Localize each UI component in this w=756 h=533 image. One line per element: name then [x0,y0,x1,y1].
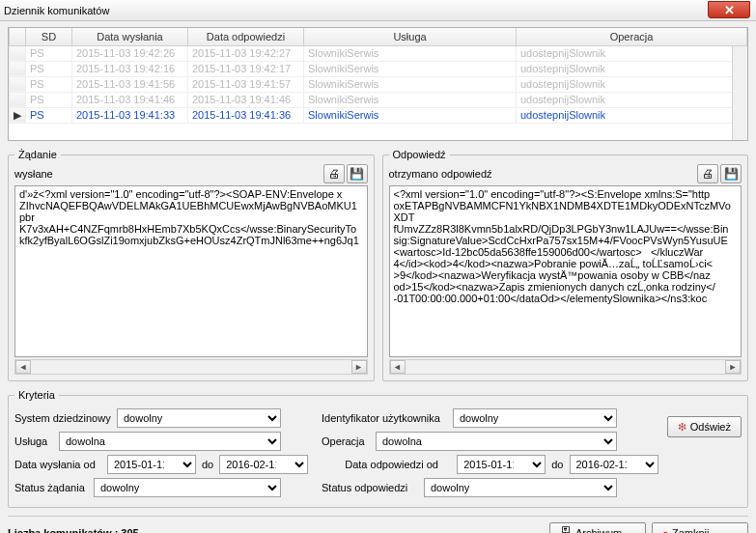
window-close-button[interactable]: ✕ [708,1,750,18]
response-save-button[interactable] [720,164,742,183]
response-print-button[interactable] [697,164,718,183]
col-service[interactable]: Usługa [304,28,517,45]
request-legend: Żądanie [14,149,61,160]
row-indicator [10,61,26,76]
req-status-label: Status żądania [14,482,88,493]
system-select[interactable]: dowolny [117,408,281,428]
sent-to-date[interactable]: 2016-02-11 [219,455,308,474]
to-label-2: do [551,459,563,470]
col-sd[interactable]: SD [26,28,72,45]
printer-icon [702,167,714,181]
response-panel: Odpowiedź otrzymano odpowiedź <?xml vers… [382,149,749,381]
row-indicator [10,76,26,92]
row-indicator: ▶ [10,107,26,123]
save-icon [350,167,364,181]
service-select[interactable]: dowolna [59,432,281,451]
table-row[interactable]: PS2015-11-03 19:42:262015-11-03 19:42:27… [10,45,747,61]
resp-to-date[interactable]: 2016-02-11 [570,455,658,474]
col-sent[interactable]: Data wysłania [72,28,188,45]
to-label-1: do [202,459,213,470]
sent-from-label: Data wysłania od [14,459,101,470]
response-hscroll[interactable]: ◄ ► [389,359,742,375]
criteria-panel: Kryteria Odśwież System dziedzinowy dowo… [8,389,748,508]
request-save-button[interactable] [347,164,368,183]
resp-status-select[interactable]: dowolny [424,478,617,497]
scroll-right-icon[interactable]: ► [351,360,367,374]
request-panel: Żądanie wysłane d'»ż<?xml version="1.0" … [8,149,375,381]
resp-from-label: Data odpowiedzi od [345,459,451,470]
table-row[interactable]: PS2015-11-03 19:41:462015-11-03 19:41:46… [10,92,747,107]
userid-select[interactable]: dowolny [453,408,617,428]
titlebar: Dziennik komunikatów ✕ [0,0,756,21]
table-row[interactable]: ▶PS2015-11-03 19:41:332015-11-03 19:41:3… [10,107,747,123]
refresh-icon [678,421,686,434]
scroll-left-icon[interactable]: ◄ [390,360,406,374]
operation-label: Operacja [322,435,370,447]
operation-select[interactable]: dowolna [376,432,617,451]
col-operation[interactable]: Operacja [517,28,747,45]
row-indicator [10,45,26,61]
save-icon [724,167,739,181]
refresh-button[interactable]: Odśwież [667,416,742,437]
resp-status-label: Status odpowiedzi [322,482,418,493]
sent-from-date[interactable]: 2015-01-11 [107,455,196,474]
criteria-legend: Kryteria [14,389,59,401]
req-status-select[interactable]: dowolny [94,478,281,497]
response-sub: otrzymano odpowiedź [389,168,492,180]
table-row[interactable]: PS2015-11-03 19:41:562015-11-03 19:41:57… [10,76,747,92]
messages-table[interactable]: SD Data wysłania Data odpowiedzi Usługa … [8,27,748,141]
col-resp[interactable]: Data odpowiedzi [188,28,304,45]
row-header-col [10,28,26,45]
userid-label: Identyfikator użytkownika [322,412,447,424]
archive-button[interactable]: Archiwum [549,522,646,533]
system-label: System dziedzinowy [14,412,111,424]
scroll-left-icon[interactable]: ◄ [15,360,31,374]
request-hscroll[interactable]: ◄ ► [14,359,368,375]
printer-icon [328,167,340,181]
row-indicator [10,92,26,107]
request-print-button[interactable] [323,164,345,183]
table-scrollbar[interactable] [732,46,747,140]
service-label: Usługa [14,435,53,447]
response-legend: Odpowiedź [389,149,450,160]
archive-icon [560,526,572,533]
count-label: Liczba komunikatów : 305 [8,527,139,533]
request-sub: wysłane [14,168,53,180]
close-button[interactable]: Zamknij [652,522,748,533]
table-row[interactable]: PS2015-11-03 19:42:162015-11-03 19:42:17… [10,61,747,76]
close-icon [662,527,668,533]
scroll-right-icon[interactable]: ► [725,360,741,374]
resp-from-date[interactable]: 2015-01-11 [457,455,546,474]
request-text[interactable]: d'»ż<?xml version="1.0" encoding="utf-8"… [14,185,368,357]
response-text[interactable]: <?xml version="1.0" encoding="utf-8"?><S… [389,185,742,357]
window-title: Dziennik komunikatów [4,5,109,16]
